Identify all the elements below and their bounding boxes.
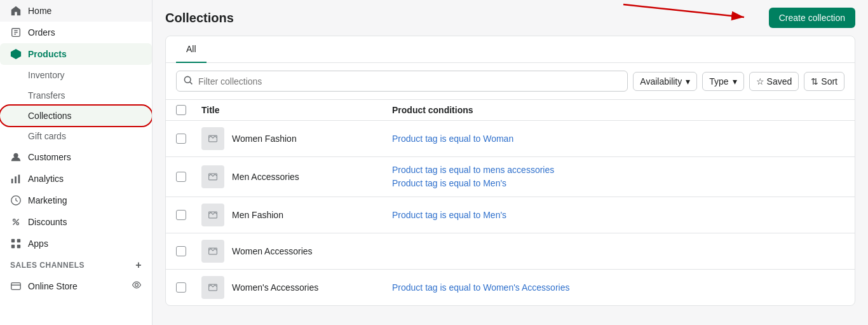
row-checkbox-1[interactable] [176,172,201,182]
table-row[interactable]: Men Accessories Product tag is equal to … [166,157,855,197]
collection-title-3: Women Accessories [232,246,392,256]
tabs-bar: All [166,36,855,63]
sidebar-item-analytics[interactable]: Analytics [0,168,152,190]
svg-rect-7 [18,175,20,184]
sidebar-item-online-store[interactable]: Online Store [0,276,152,296]
star-icon: ☆ [756,76,764,86]
sidebar-item-transfers[interactable]: Transfers [0,85,152,106]
table-row[interactable]: Women's Accessories Product tag is equal… [166,270,855,305]
marketing-icon [10,195,22,206]
chevron-down-icon: ▾ [686,76,690,86]
sort-icon: ⇅ [811,76,818,86]
sidebar-item-inventory[interactable]: Inventory [0,65,152,85]
sidebar-item-home[interactable]: Home [0,0,152,22]
col-title-header: Title [201,105,392,115]
collection-conditions-4: Product tag is equal to Women's Accessor… [392,281,844,294]
collection-conditions-2: Product tag is equal to Men's [392,209,844,222]
collection-image-3 [201,240,224,263]
page-header: Collections Create collection [153,0,868,36]
collection-title-4: Women's Accessories [232,282,392,293]
filters-bar: Availability ▾ Type ▾ ☆ Saved ⇅ Sort [166,63,855,100]
table-body: Women Fashion Product tag is equal to Wo… [166,121,855,305]
annotation-arrow [617,0,757,30]
sidebar-item-apps[interactable]: Apps [0,233,152,254]
svg-point-9 [13,219,16,222]
sidebar-item-discounts[interactable]: Discounts [0,211,152,233]
svg-rect-16 [11,282,20,289]
svg-rect-13 [17,239,20,242]
availability-filter-button[interactable]: Availability ▾ [633,72,697,91]
table-row[interactable]: Men Fashion Product tag is equal to Men'… [166,197,855,233]
sidebar: Home Orders Products Inventory Transfers… [0,0,153,325]
sidebar-item-products[interactable]: Products [0,43,152,65]
analytics-icon [10,173,22,184]
main-content-area: All Availability ▾ Type ▾ [153,36,868,325]
svg-line-21 [190,82,193,85]
sort-button[interactable]: ⇅ Sort [804,72,844,91]
search-field-wrap [176,71,628,92]
create-collection-button[interactable]: Create collection [769,8,855,28]
sidebar-item-marketing[interactable]: Marketing [0,190,152,211]
row-checkbox-0[interactable] [176,134,201,144]
online-store-icon [10,280,22,292]
add-sales-channel-icon[interactable]: + [135,259,142,271]
svg-point-17 [135,284,139,287]
svg-point-10 [17,223,19,225]
customers-icon [10,151,22,163]
svg-point-4 [13,153,18,158]
sidebar-item-orders[interactable]: Orders [0,22,152,43]
collection-image-4 [201,276,224,299]
type-filter-button[interactable]: Type ▾ [702,72,743,91]
select-all-checkbox[interactable] [176,105,186,115]
collection-image-2 [201,204,224,226]
svg-rect-5 [11,179,13,183]
collection-title-1: Men Accessories [232,172,392,182]
search-input[interactable] [198,76,621,86]
svg-rect-6 [15,176,17,183]
products-icon [10,48,22,60]
svg-line-11 [13,219,19,225]
saved-button[interactable]: ☆ Saved [749,72,799,91]
sidebar-item-customers[interactable]: Customers [0,146,152,168]
search-icon [183,75,193,87]
main-content: Collections Create collection All [153,0,868,325]
sidebar-item-gift-cards[interactable]: Gift cards [0,126,152,146]
svg-rect-14 [11,245,15,248]
collection-conditions-0: Product tag is equal to Woman [392,132,844,146]
table-header: Title Product conditions [166,100,855,121]
svg-rect-15 [17,245,20,248]
sales-channels-header: Sales channels + [0,254,152,276]
row-checkbox-4[interactable] [176,282,201,293]
collection-title-0: Women Fashion [232,134,392,144]
collection-conditions-1: Product tag is equal to mens accessories… [392,163,844,190]
collection-image-0 [201,127,224,150]
col-conditions-header: Product conditions [392,105,844,115]
tab-all[interactable]: All [176,36,207,63]
table-row[interactable]: Women Fashion Product tag is equal to Wo… [166,121,855,157]
discounts-icon [10,216,22,228]
chevron-down-icon: ▾ [733,76,737,86]
page-title: Collections [165,11,234,25]
apps-icon [10,238,22,249]
table-row[interactable]: Women Accessories [166,233,855,270]
svg-rect-12 [11,239,15,242]
sidebar-item-collections[interactable]: Collections [0,106,152,126]
orders-icon [10,27,22,38]
collections-card: All Availability ▾ Type ▾ [165,36,855,306]
row-checkbox-3[interactable] [176,246,201,256]
home-icon [10,5,22,17]
svg-line-19 [623,4,744,17]
svg-point-20 [184,76,191,83]
online-store-visibility-icon[interactable] [132,280,142,292]
collection-title-2: Men Fashion [232,210,392,220]
row-checkbox-2[interactable] [176,210,201,220]
collection-image-1 [201,165,224,188]
